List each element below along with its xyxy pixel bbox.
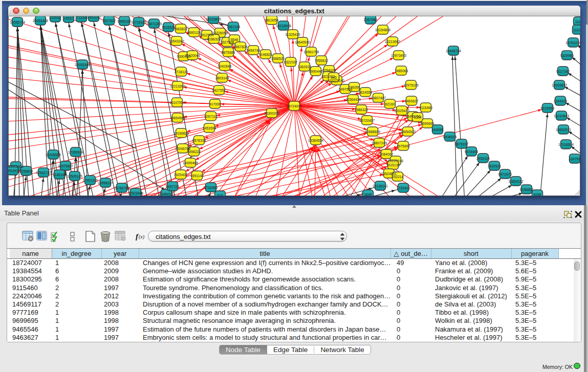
svg-text:16648784: 16648784 <box>446 49 461 53</box>
svg-text:10273140: 10273140 <box>329 79 344 82</box>
svg-text:116753: 116753 <box>569 157 580 161</box>
svg-text:417006: 417006 <box>209 102 221 106</box>
svg-text:9242848: 9242848 <box>218 64 232 68</box>
svg-text:17359924: 17359924 <box>68 150 83 154</box>
svg-text:10958107: 10958107 <box>98 181 113 185</box>
svg-text:746266: 746266 <box>349 85 360 89</box>
svg-text:18640910: 18640910 <box>295 40 310 44</box>
svg-text:9084067: 9084067 <box>380 152 394 156</box>
svg-text:10975887: 10975887 <box>58 164 73 168</box>
svg-text:62160: 62160 <box>385 102 395 106</box>
svg-text:9457721: 9457721 <box>166 185 180 188</box>
svg-text:6679197: 6679197 <box>455 142 469 146</box>
svg-text:976: 976 <box>217 194 223 196</box>
svg-text:391547: 391547 <box>8 169 19 172</box>
svg-text:1615132: 1615132 <box>386 163 400 167</box>
svg-text:1588520: 1588520 <box>271 57 285 60</box>
svg-text:10807487: 10807487 <box>371 96 386 100</box>
svg-text:16033809: 16033809 <box>206 17 221 21</box>
svg-text:9146821: 9146821 <box>259 53 273 56</box>
svg-text:8186328: 8186328 <box>207 37 221 41</box>
svg-text:20053346: 20053346 <box>75 63 90 67</box>
svg-text:10543342: 10543342 <box>169 39 184 43</box>
svg-text:9115460: 9115460 <box>419 106 432 110</box>
svg-text:8454749: 8454749 <box>247 49 260 52</box>
svg-text:16567: 16567 <box>64 16 74 20</box>
svg-text:7632621: 7632621 <box>488 164 502 168</box>
svg-text:19384554: 19384554 <box>308 139 323 142</box>
svg-text:17957225: 17957225 <box>82 179 98 182</box>
svg-text:14415001: 14415001 <box>8 165 24 168</box>
svg-text:3716485: 3716485 <box>204 186 218 189</box>
svg-text:1527602: 1527602 <box>102 19 116 23</box>
svg-text:7357224: 7357224 <box>227 25 241 29</box>
svg-text:15720407: 15720407 <box>359 119 375 122</box>
svg-text:9304: 9304 <box>413 116 421 119</box>
svg-text:2087682: 2087682 <box>364 18 378 21</box>
svg-text:11124: 11124 <box>573 28 580 32</box>
svg-text:2803144: 2803144 <box>215 76 229 80</box>
svg-text:(x): (x) <box>139 234 145 240</box>
svg-text:8938924: 8938924 <box>443 135 457 139</box>
svg-text:16210643: 16210643 <box>554 114 569 118</box>
svg-text:12505135: 12505135 <box>67 174 82 178</box>
svg-text:8427552: 8427552 <box>212 89 226 92</box>
svg-text:18807249: 18807249 <box>372 141 387 145</box>
svg-text:1453594: 1453594 <box>203 126 216 130</box>
svg-text:20206556: 20206556 <box>46 153 61 157</box>
svg-text:9245012: 9245012 <box>160 192 173 196</box>
svg-text:19654985: 19654985 <box>170 116 185 120</box>
svg-text:15692971: 15692971 <box>556 128 571 132</box>
svg-text:18724007: 18724007 <box>287 104 302 108</box>
svg-text:1691144: 1691144 <box>190 174 204 178</box>
svg-text:10654112: 10654112 <box>508 180 524 183</box>
svg-text:10688609: 10688609 <box>365 130 380 134</box>
svg-text:9245652: 9245652 <box>520 188 534 191</box>
svg-text:12923448: 12923448 <box>128 191 143 195</box>
svg-text:7625402: 7625402 <box>174 173 188 177</box>
svg-text:14099488: 14099488 <box>183 161 198 165</box>
svg-text:9463627: 9463627 <box>405 99 419 103</box>
svg-text:6466160: 6466160 <box>118 19 132 23</box>
svg-text:16671355: 16671355 <box>146 22 162 26</box>
svg-text:12213363: 12213363 <box>170 84 185 88</box>
svg-text:8660124: 8660124 <box>187 31 201 34</box>
svg-text:8912954: 8912954 <box>200 33 214 37</box>
svg-text:16107554: 16107554 <box>169 101 185 104</box>
svg-text:2718126: 2718126 <box>175 70 188 74</box>
svg-text:71334: 71334 <box>77 16 86 19</box>
svg-text:7955812: 7955812 <box>315 59 329 62</box>
svg-text:2933114: 2933114 <box>476 157 490 160</box>
svg-text:1156829: 1156829 <box>19 169 33 173</box>
svg-text:8813054: 8813054 <box>265 18 279 22</box>
svg-text:16782759: 16782759 <box>114 186 129 190</box>
svg-text:14055724: 14055724 <box>10 20 25 24</box>
svg-text:15751074: 15751074 <box>565 41 580 45</box>
svg-text:1145194: 1145194 <box>53 173 66 177</box>
svg-text:19654923: 19654923 <box>400 130 416 134</box>
svg-text:16961758: 16961758 <box>303 50 319 54</box>
svg-text:3624554: 3624554 <box>359 91 373 94</box>
svg-text:252214: 252214 <box>392 175 404 179</box>
svg-text:10719185: 10719185 <box>131 20 146 24</box>
svg-text:1113: 1113 <box>575 20 580 24</box>
svg-text:20906: 20906 <box>51 16 60 19</box>
svg-text:1975692: 1975692 <box>397 144 410 148</box>
svg-text:2867608: 2867608 <box>234 45 248 49</box>
svg-text:11325419: 11325419 <box>285 33 300 36</box>
svg-text:8215955: 8215955 <box>541 106 555 110</box>
svg-text:12213967: 12213967 <box>385 40 400 43</box>
svg-text:9474444: 9474444 <box>465 150 478 154</box>
svg-text:9329966: 9329966 <box>560 54 574 57</box>
svg-text:1362615: 1362615 <box>298 65 312 69</box>
svg-text:12975115: 12975115 <box>403 83 419 87</box>
svg-text:12942737: 12942737 <box>36 171 51 174</box>
svg-text:8578335: 8578335 <box>192 139 206 142</box>
svg-text:16120746: 16120746 <box>388 159 403 163</box>
svg-text:12093872: 12093872 <box>552 83 567 87</box>
svg-text:10025433: 10025433 <box>394 109 409 113</box>
svg-text:15136141: 15136141 <box>373 184 388 188</box>
svg-text:19218506: 19218506 <box>276 24 291 28</box>
svg-text:9699695: 9699695 <box>421 122 434 125</box>
svg-text:10653267: 10653267 <box>86 16 101 19</box>
